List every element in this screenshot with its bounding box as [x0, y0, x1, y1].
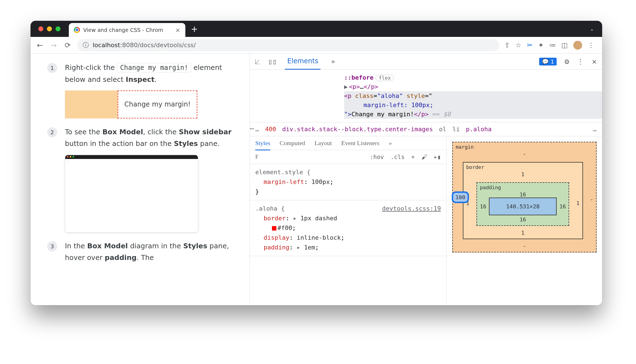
tab-layout[interactable]: Layout: [314, 140, 332, 147]
minimize-window-icon[interactable]: [47, 26, 52, 31]
dom-tree[interactable]: ⋯ ::beforeflex ▶<p>…</p> <p class="aloha…: [250, 70, 602, 122]
browser-window: View and change CSS - Chrom × + ⌄ ← → ⟳ …: [31, 21, 602, 305]
breadcrumb[interactable]: … 400 div.stack.stack--block.type.center…: [250, 122, 602, 136]
box-model-content: 140.531×28: [489, 198, 557, 215]
reload-button[interactable]: ⟳: [63, 41, 72, 49]
source-link[interactable]: devtools.scss:19: [382, 204, 441, 213]
paint-icon[interactable]: 🖌: [422, 154, 427, 160]
tab-event-listeners[interactable]: Event Listeners: [341, 140, 379, 147]
bookmark-icon[interactable]: ☆: [516, 41, 522, 49]
hov-toggle[interactable]: :hov: [370, 154, 384, 160]
browser-tab[interactable]: View and change CSS - Chrom ×: [69, 23, 185, 37]
close-tab-icon[interactable]: ×: [175, 27, 180, 34]
docs-content: 1 Right-click the Change my margin! elem…: [31, 54, 250, 305]
site-info-icon[interactable]: ⓘ: [83, 41, 89, 49]
side-panel-icon[interactable]: ◫: [561, 41, 568, 49]
scissors-extension-icon[interactable]: ✂: [527, 41, 532, 49]
titlebar: View and change CSS - Chrom × + ⌄: [31, 21, 602, 37]
tab-computed[interactable]: Computed: [280, 140, 305, 147]
step-number: 1: [47, 63, 57, 73]
close-window-icon[interactable]: [38, 26, 43, 31]
color-swatch[interactable]: [272, 226, 276, 231]
styles-tabs: Styles Computed Layout Event Listeners »: [250, 136, 446, 150]
url: localhost:8080/docs/devtools/css/: [93, 42, 196, 49]
margin-left-value[interactable]: 100: [452, 191, 469, 203]
forward-button: →: [49, 41, 58, 49]
kebab-menu-icon[interactable]: ⋮: [577, 57, 584, 66]
styles-action-bar: F :hov .cls + 🖌 ▸▮: [250, 150, 446, 164]
new-tab-button[interactable]: +: [191, 24, 198, 34]
new-rule-button[interactable]: +: [411, 154, 415, 160]
instruction-screenshot: …: [65, 155, 198, 232]
css-rule-aloha[interactable]: devtools.scss:19 .aloha { border: ▸ 1px …: [250, 200, 446, 256]
devtools-panel: ⟀ ▯▯ Elements » 💬 1 ⚙ ⋮ ✕ ⋯ ::beforeflex…: [250, 54, 602, 305]
devtools-toolbar: ⟀ ▯▯ Elements » 💬 1 ⚙ ⋮ ✕: [250, 54, 602, 70]
tabs-dropdown-icon[interactable]: ⌄: [590, 26, 594, 32]
flex-badge[interactable]: flex: [376, 75, 394, 81]
chrome-logo-icon: [74, 27, 80, 33]
selected-dom-node[interactable]: <p class="aloha" style=": [344, 91, 602, 100]
box-model-diagram[interactable]: margin - 100 border 1 1 padding: [447, 136, 602, 305]
browser-toolbar: ← → ⟳ ⓘ localhost:8080/docs/devtools/css…: [31, 37, 602, 54]
share-icon[interactable]: ⇪: [504, 41, 510, 49]
reading-list-icon[interactable]: ≔: [549, 41, 556, 49]
profile-avatar[interactable]: [573, 41, 582, 50]
dom-scroll-dots: ⋯: [250, 124, 254, 134]
show-sidebar-icon[interactable]: ▸▮: [434, 154, 441, 160]
extensions-icon[interactable]: ✦: [538, 41, 544, 49]
more-tabs-icon[interactable]: »: [389, 140, 392, 147]
css-rule-element-style[interactable]: element.style { margin-left: 100px; }: [250, 164, 446, 200]
tab-styles[interactable]: Styles: [255, 140, 270, 150]
address-bar[interactable]: ⓘ localhost:8080/docs/devtools/css/: [77, 39, 499, 51]
close-devtools-icon[interactable]: ✕: [592, 57, 597, 66]
step-number: 3: [47, 241, 57, 251]
issues-badge[interactable]: 💬 1: [539, 58, 557, 65]
margin-demo-box: Change my margin!: [65, 90, 197, 118]
device-toggle-icon[interactable]: ▯▯: [268, 57, 277, 66]
step-number: 2: [47, 127, 57, 137]
back-button[interactable]: ←: [36, 41, 44, 49]
filter-input[interactable]: F: [255, 153, 259, 160]
traffic-lights: [31, 26, 60, 31]
cls-toggle[interactable]: .cls: [390, 154, 405, 160]
maximize-window-icon[interactable]: [55, 26, 60, 31]
settings-icon[interactable]: ⚙: [564, 57, 569, 66]
tab-title: View and change CSS - Chrom: [83, 27, 172, 33]
change-my-margin-element[interactable]: Change my margin!: [118, 90, 197, 118]
code-inline: Change my margin!: [117, 63, 191, 72]
inspect-icon[interactable]: ⟀: [255, 57, 260, 66]
more-tabs-icon[interactable]: »: [329, 54, 337, 69]
tab-elements[interactable]: Elements: [285, 53, 320, 70]
chrome-menu-icon[interactable]: ⋮: [588, 41, 594, 49]
